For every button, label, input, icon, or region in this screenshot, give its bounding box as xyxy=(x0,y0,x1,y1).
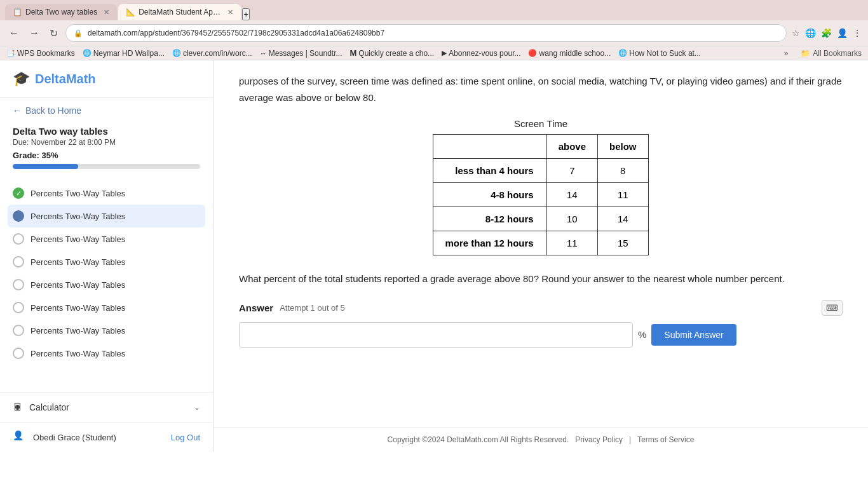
answer-row: Answer Attempt 1 out of 5 ⌨ xyxy=(239,300,843,316)
bookmarks-bar: 📑 WPS Bookmarks 🌐 Neymar HD Wallpa... 🌐 … xyxy=(0,46,868,60)
problem-label-7: Percents Two-Way Tables xyxy=(31,326,200,336)
profile-icon[interactable]: 👤 xyxy=(837,28,848,38)
user-avatar-icon: 👤 xyxy=(13,430,27,444)
status-icon-6 xyxy=(13,302,24,313)
progress-bar-fill xyxy=(13,164,78,169)
tab1-favicon: 📋 xyxy=(13,8,22,17)
problem-item-7[interactable]: Percents Two-Way Tables xyxy=(8,319,205,342)
row1-below: 8 xyxy=(598,159,649,183)
problem-label-2: Percents Two-Way Tables xyxy=(31,212,200,221)
table-header-above: above xyxy=(546,135,597,159)
keyboard-icon-button[interactable]: ⌨ xyxy=(822,300,843,316)
status-icon-4 xyxy=(13,256,24,268)
progress-bar xyxy=(13,164,200,169)
answer-label: Answer xyxy=(239,302,273,313)
tab-2[interactable]: 📐 DeltaMath Student Application ✕ xyxy=(118,4,241,20)
tab1-close[interactable]: ✕ xyxy=(104,8,109,17)
keyboard-icon: ⌨ xyxy=(826,303,838,313)
bookmark-neymar[interactable]: 🌐 Neymar HD Wallpa... xyxy=(83,49,165,58)
bookmark-messages[interactable]: ↔ Messages | Soundtr... xyxy=(260,49,342,58)
problem-label-1: Percents Two-Way Tables xyxy=(31,189,200,198)
table-section: Screen Time above below less than 4 hour… xyxy=(239,118,843,255)
problem-list: ✓ Percents Two-Way Tables Percents Two-W… xyxy=(0,177,213,370)
address-bar[interactable]: 🔒 deltamath.com/app/student/3679452/2555… xyxy=(65,24,787,42)
intro-text: purposes of the survey, screen time was … xyxy=(239,73,843,105)
problem-item-4[interactable]: Percents Two-Way Tables xyxy=(8,250,205,273)
chevron-down-icon: ⌄ xyxy=(194,403,200,412)
problem-item-8[interactable]: Percents Two-Way Tables xyxy=(8,342,205,365)
status-icon-7 xyxy=(13,325,24,336)
main-layout: 🎓 DeltaMath ← Back to Home Delta Two way… xyxy=(0,60,868,452)
footer-separator: | xyxy=(629,435,631,444)
back-arrow-icon: ← xyxy=(13,105,22,116)
table-row-4: more than 12 hours 11 15 xyxy=(433,231,648,255)
bookmark-wps-icon: 📑 xyxy=(6,49,15,57)
footer-privacy-link[interactable]: Privacy Policy xyxy=(575,435,623,444)
bookmark-wang[interactable]: 🔴 wang middle schoo... xyxy=(528,49,611,58)
answer-section: Answer Attempt 1 out of 5 ⌨ % Submit Ans… xyxy=(239,300,843,348)
problem-item-3[interactable]: Percents Two-Way Tables xyxy=(8,227,205,250)
back-to-home-link[interactable]: ← Back to Home xyxy=(0,98,213,123)
problem-item-5[interactable]: Percents Two-Way Tables xyxy=(8,273,205,296)
lock-icon: 🔒 xyxy=(74,29,83,37)
address-bar-row: ← → ↻ 🔒 deltamath.com/app/student/367945… xyxy=(0,20,868,46)
input-row: % Submit Answer xyxy=(239,322,843,348)
bookmark-wps[interactable]: 📑 WPS Bookmarks xyxy=(6,49,75,58)
footer-terms-link[interactable]: Terms of Service xyxy=(637,435,694,444)
back-nav-button[interactable]: ← xyxy=(6,26,22,40)
bookmark-abonnez[interactable]: ▶ Abonnez-vous pour... xyxy=(442,49,520,58)
extensions-icon[interactable]: 🧩 xyxy=(821,28,832,38)
problem-item-1[interactable]: ✓ Percents Two-Way Tables xyxy=(8,182,205,205)
answer-input[interactable] xyxy=(239,322,633,348)
problem-item-6[interactable]: Percents Two-Way Tables xyxy=(8,296,205,319)
problem-label-3: Percents Two-Way Tables xyxy=(31,234,200,244)
table-title: Screen Time xyxy=(514,118,567,129)
row3-above: 10 xyxy=(546,207,597,231)
sidebar-footer: 🖩 Calculator ⌄ 👤 Obedi Grace (Student) L… xyxy=(0,392,213,452)
table-header-below: below xyxy=(598,135,649,159)
status-icon-completed: ✓ xyxy=(13,187,24,199)
table-row-2: 4-8 hours 14 11 xyxy=(433,183,648,207)
new-tab-button[interactable]: + xyxy=(242,8,250,20)
more-bookmarks-button[interactable]: » xyxy=(784,49,789,58)
tab2-close[interactable]: ✕ xyxy=(227,8,233,17)
browser-chrome: 📋 Delta Two way tables ✕ 📐 DeltaMath Stu… xyxy=(0,0,868,60)
tab1-title: Delta Two way tables xyxy=(25,8,97,17)
bookmarks-manager[interactable]: 📁 All Bookmarks xyxy=(801,49,862,58)
assignment-info: Delta Two way tables Due: November 22 at… xyxy=(0,123,213,177)
data-table: above below less than 4 hours 7 8 4-8 ho… xyxy=(433,134,648,255)
bookmarks-folder-icon: 📁 xyxy=(801,49,810,58)
submit-answer-button[interactable]: Submit Answer xyxy=(651,324,736,346)
percent-sign: % xyxy=(638,329,646,340)
url-text: deltamath.com/app/student/3679452/255575… xyxy=(88,29,384,37)
row4-above: 11 xyxy=(546,231,597,255)
tab-1[interactable]: 📋 Delta Two way tables ✕ xyxy=(5,4,117,20)
toolbar-icons: ☆ 🌐 🧩 👤 ⋮ xyxy=(792,28,862,38)
calculator-row[interactable]: 🖩 Calculator ⌄ xyxy=(0,393,213,422)
row3-below: 14 xyxy=(598,207,649,231)
translate-icon[interactable]: 🌐 xyxy=(805,28,816,38)
star-icon[interactable]: ☆ xyxy=(792,28,800,38)
problem-label-4: Percents Two-Way Tables xyxy=(31,257,200,267)
status-icon-8 xyxy=(13,348,24,359)
due-date: Due: November 22 at 8:00 PM xyxy=(13,138,200,147)
logout-button[interactable]: Log Out xyxy=(171,433,200,442)
attempt-text: Attempt 1 out of 5 xyxy=(280,303,345,313)
bookmark-howto[interactable]: 🌐 How Not to Suck at... xyxy=(618,49,701,58)
content-area: purposes of the survey, screen time was … xyxy=(214,60,868,427)
assignment-title: Delta Two way tables xyxy=(13,126,200,137)
forward-nav-button[interactable]: → xyxy=(27,26,42,40)
bookmark-clever[interactable]: 🌐 clever.com/in/worc... xyxy=(172,49,252,58)
user-row: 👤 Obedi Grace (Student) Log Out xyxy=(0,422,213,452)
row2-label: 4-8 hours xyxy=(433,183,546,207)
menu-icon[interactable]: ⋮ xyxy=(853,28,862,38)
row2-above: 14 xyxy=(546,183,597,207)
row1-above: 7 xyxy=(546,159,597,183)
row1-label: less than 4 hours xyxy=(433,159,546,183)
grade-row: Grade: 35% xyxy=(13,151,200,160)
problem-label-5: Percents Two-Way Tables xyxy=(31,280,200,290)
bookmark-wang-icon: 🔴 xyxy=(528,49,537,57)
bookmark-quickly[interactable]: M Quickly create a cho... xyxy=(350,48,435,58)
reload-button[interactable]: ↻ xyxy=(47,26,60,41)
problem-item-2[interactable]: Percents Two-Way Tables xyxy=(8,205,205,227)
